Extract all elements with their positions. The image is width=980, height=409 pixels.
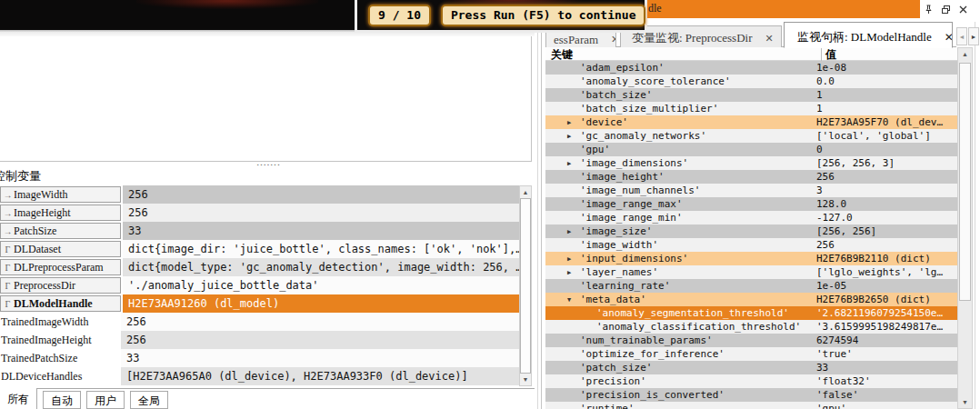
tab-close-icon[interactable]: ✕ <box>945 31 953 45</box>
variable-row[interactable]: →ImageWidth256 <box>0 185 519 204</box>
variable-name-cell[interactable]: DLDeviceHandles <box>0 367 121 385</box>
titlebar-buttons <box>920 0 975 18</box>
scrollbar-thumb[interactable] <box>520 198 531 374</box>
tab-close-icon[interactable]: ✕ <box>765 33 774 45</box>
graphics-window-image <box>0 0 356 30</box>
watch-row[interactable]: 'gpu'0 <box>545 143 957 156</box>
watch-key: 'image_num_channels' <box>580 185 816 196</box>
variable-name-cell[interactable]: ΓPreprocessDir <box>0 277 121 294</box>
scroll-down-icon[interactable]: ▼ <box>958 396 972 408</box>
watch-row[interactable]: 'anomaly_segmentation_threshold''2.68211… <box>545 306 957 320</box>
variable-name-cell[interactable]: ΓDLDataset <box>0 241 121 257</box>
filter-tab[interactable]: 所有 <box>0 388 37 409</box>
pin-icon[interactable] <box>923 4 935 15</box>
watch-value: [256, 256] <box>816 225 957 237</box>
scroll-down-icon[interactable]: ▼ <box>520 374 531 385</box>
variable-table-scrollbar[interactable]: ▲ ▼ <box>519 185 532 386</box>
variable-value[interactable]: './anomaly_juice_bottle_data' <box>123 276 519 294</box>
variable-value[interactable]: 256 <box>123 185 519 204</box>
watch-row[interactable]: 'precision''float32' <box>545 374 957 388</box>
expand-right-icon[interactable]: ▶ <box>567 160 580 167</box>
variable-row[interactable]: TrainedPatchSize33 <box>0 349 519 367</box>
watch-tab[interactable]: 监视句柄: DLModelHandle✕ <box>784 22 953 48</box>
watch-row[interactable]: 'learning_rate'1e-05 <box>545 279 957 293</box>
watch-row[interactable]: 'anomaly_classification_threshold''3.615… <box>545 320 957 334</box>
watch-row[interactable]: 'batch_size_multiplier'1 <box>545 102 957 115</box>
variable-name-cell[interactable]: →ImageHeight <box>0 204 121 221</box>
watch-row[interactable]: 'image_range_min'-127.0 <box>545 211 957 224</box>
watch-row[interactable]: 'anomaly_score_tolerance'0.0 <box>545 75 957 88</box>
watch-table-scrollbar[interactable]: ▲ ▼ <box>957 47 973 409</box>
run-continue-button[interactable]: Press Run (F5) to continue <box>441 5 646 26</box>
variable-value[interactable]: dict{image_dir: 'juice_bottle', class_na… <box>123 240 519 258</box>
collapse-down-icon[interactable]: ▼ <box>567 296 580 304</box>
variable-name-cell[interactable]: TrainedImageWidth <box>0 313 121 331</box>
watch-tab-label: 变量监视: PreprocessDir <box>632 30 753 46</box>
variable-name-cell[interactable]: →PatchSize <box>0 223 121 239</box>
close-icon[interactable] <box>957 4 969 15</box>
watch-row[interactable]: 'batch_size'1 <box>545 88 957 102</box>
watch-row[interactable]: ▶'input_dimensions'H2E76B9B2110 (dict) <box>545 252 957 265</box>
watch-row[interactable]: 'num_trainable_params'6274594 <box>545 334 957 347</box>
variable-value[interactable]: dict{model_type: 'gc_anomaly_detection',… <box>123 258 519 276</box>
watch-row[interactable]: 'image_width'256 <box>545 238 957 252</box>
watch-row[interactable]: ▶'image_dimensions'[256, 256, 3] <box>545 156 957 170</box>
filter-tab[interactable]: 用户 <box>86 391 125 409</box>
scrollbar-thumb[interactable] <box>959 63 971 301</box>
scroll-up-icon[interactable]: ▲ <box>958 48 972 60</box>
restore-icon[interactable] <box>940 4 952 15</box>
variable-name: DLPreprocessParam <box>14 261 104 274</box>
tab-scroll-left-icon[interactable]: ◄ <box>956 27 967 45</box>
filter-tab[interactable]: 自动 <box>43 391 81 409</box>
variable-name-cell[interactable]: ΓDLPreprocessParam <box>0 259 121 275</box>
watch-row[interactable]: 'adam_epsilon'1e-08 <box>545 61 957 75</box>
expand-right-icon[interactable]: ▶ <box>567 255 580 263</box>
variable-row[interactable]: TrainedImageWidth256 <box>0 313 519 331</box>
watch-row[interactable]: ▶'device'H2E73AA95F70 (dl_dev… <box>545 115 957 129</box>
variable-value[interactable]: 256 <box>123 204 519 222</box>
scroll-up-icon[interactable]: ▲ <box>520 186 531 198</box>
variable-row[interactable]: →ImageHeight256 <box>0 204 519 222</box>
variable-value[interactable]: 256 <box>121 331 519 349</box>
expand-right-icon[interactable]: ▶ <box>567 269 580 276</box>
variable-row[interactable]: ΓDLPreprocessParamdict{model_type: 'gc_a… <box>0 258 519 276</box>
watch-row[interactable]: ▶'gc_anomaly_networks'['local', 'global'… <box>545 129 957 143</box>
watch-key: 'image_dimensions' <box>580 157 816 169</box>
variable-name-cell[interactable]: ΓDLModelHandle <box>0 295 121 312</box>
variable-row[interactable]: TrainedImageHeight256 <box>0 331 519 349</box>
watch-row[interactable]: 'image_range_max'128.0 <box>545 197 957 211</box>
variable-value[interactable]: [H2E73AA965A0 (dl_device), H2E73AA933F0 … <box>121 367 519 385</box>
watch-row[interactable]: 'optimize_for_inference''true' <box>545 347 957 361</box>
tab-scroll-right-icon[interactable]: ► <box>968 27 979 45</box>
expand-right-icon[interactable]: ▶ <box>567 119 580 126</box>
watch-row[interactable]: ▶'layer_names'['lglo_weights', 'lg… <box>545 265 957 279</box>
variable-name-cell[interactable]: →ImageWidth <box>0 186 121 203</box>
variable-row[interactable]: →PatchSize33 <box>0 222 519 240</box>
panel-divider[interactable] <box>537 22 538 409</box>
watch-row[interactable]: 'runtime''gpu' <box>545 402 957 409</box>
watch-row[interactable]: ▼'meta_data'H2E76B9B2650 (dict) <box>545 293 957 306</box>
variable-name-cell[interactable]: TrainedPatchSize <box>0 349 121 367</box>
watch-row[interactable]: 'image_height'256 <box>545 170 957 184</box>
splitter-handle[interactable]: ▪▪▪▪▪▪▪ <box>257 162 281 167</box>
panel-divider[interactable] <box>541 22 542 409</box>
watch-row[interactable]: 'precision_is_converted''false' <box>545 388 957 402</box>
variable-value[interactable]: 256 <box>121 313 519 331</box>
variable-row[interactable]: ΓDLDatasetdict{image_dir: 'juice_bottle'… <box>0 240 519 258</box>
expand-right-icon[interactable]: ▶ <box>567 133 580 140</box>
watch-row[interactable]: ▶'image_size'[256, 256] <box>545 224 957 238</box>
watch-row[interactable]: 'patch_size'33 <box>545 361 957 374</box>
variable-value[interactable]: H2E73AA91260 (dl_model) <box>123 294 519 313</box>
variable-row[interactable]: ΓDLModelHandleH2E73AA91260 (dl_model) <box>0 294 519 313</box>
variable-name-cell[interactable]: TrainedImageHeight <box>0 331 121 349</box>
expand-right-icon[interactable]: ▶ <box>567 228 580 235</box>
watch-row[interactable]: 'image_num_channels'3 <box>545 184 957 197</box>
variable-value[interactable]: 33 <box>123 222 519 240</box>
column-divider[interactable] <box>821 47 822 61</box>
tab-close-icon[interactable]: ✕ <box>611 34 616 45</box>
variable-value[interactable]: 33 <box>121 349 519 367</box>
variable-row[interactable]: ΓPreprocessDir'./anomaly_juice_bottle_da… <box>0 276 519 294</box>
watch-key: 'anomaly_classification_threshold' <box>580 321 816 333</box>
filter-tab[interactable]: 全局 <box>130 391 168 409</box>
variable-row[interactable]: DLDeviceHandles[H2E73AA965A0 (dl_device)… <box>0 367 519 385</box>
